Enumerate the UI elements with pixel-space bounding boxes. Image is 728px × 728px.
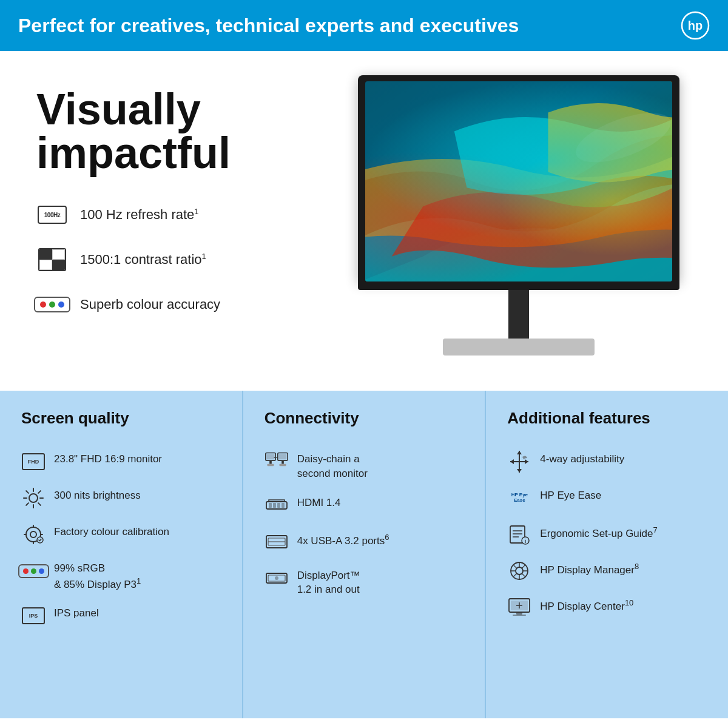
- spec-fhd-text: 23.8" FHD 16:9 monitor: [54, 450, 162, 467]
- spec-display-manager: HP Display Manager8: [507, 559, 707, 583]
- usb-icon: [265, 530, 289, 554]
- additional-features-title: Additional features: [507, 409, 707, 433]
- svg-rect-21: [281, 460, 284, 463]
- hero-section: Visually impactful 100Hz 100 Hz refresh …: [0, 51, 728, 391]
- spec-usb-text: 4x USB-A 3.2 ports6: [297, 530, 389, 548]
- svg-point-4: [29, 494, 38, 502]
- spec-calibration: Factory colour calibration: [21, 522, 221, 547]
- spec-hdmi-text: HDMI 1.4: [297, 493, 341, 510]
- brightness-icon: [21, 486, 46, 510]
- svg-text:i: i: [525, 538, 527, 544]
- eyeease-icon: HP EyeEase: [507, 486, 531, 510]
- spec-calibration-text: Factory colour calibration: [54, 522, 169, 539]
- monitor-neck: [508, 290, 529, 345]
- svg-rect-17: [266, 454, 274, 459]
- specs-section: Screen quality FHD 23.8" FHD 16:9 monito…: [0, 391, 728, 718]
- svg-rect-29: [281, 503, 285, 508]
- svg-text:hp: hp: [688, 19, 703, 32]
- spec-srgb: 99% sRGB& 85% Display P31: [21, 559, 221, 592]
- svg-line-11: [38, 491, 41, 493]
- monitor-base: [443, 339, 595, 356]
- spec-eye-ease: HP EyeEase HP Eye Ease: [507, 486, 707, 510]
- hp-logo-icon: hp: [681, 11, 710, 40]
- calibration-icon: [21, 522, 46, 547]
- svg-rect-48: [516, 612, 522, 615]
- spec-daisy-chain: Daisy-chain asecond monitor: [265, 450, 464, 481]
- monitor-image: [358, 75, 698, 366]
- spec-brightness-text: 300 nits brightness: [54, 486, 141, 503]
- header-title: Perfect for creatives, technical experts…: [18, 15, 519, 37]
- spec-adjustability: 4-way adjustability: [507, 450, 707, 474]
- contrast-icon: [36, 244, 68, 275]
- spec-ergonomic-text: Ergonomic Set-up Guide7: [540, 522, 657, 541]
- spec-dp-text: DisplayPort™1.2 in and out: [297, 566, 360, 598]
- spec-daisy-chain-text: Daisy-chain asecond monitor: [297, 450, 368, 481]
- spec-display-center: HP Display Center10: [507, 595, 707, 619]
- dp-icon: [265, 566, 289, 590]
- additional-features-col: Additional features 4-way adjustability: [486, 391, 728, 718]
- svg-rect-27: [273, 503, 276, 508]
- connectivity-col: Connectivity Daisy-chain asecond monitor: [243, 391, 487, 718]
- hdmi-icon: [265, 493, 289, 517]
- screen-quality-col: Screen quality FHD 23.8" FHD 16:9 monito…: [0, 391, 243, 718]
- srgb-dots-icon: [21, 559, 46, 583]
- connectivity-title: Connectivity: [265, 409, 464, 433]
- spec-display-center-text: HP Display Center10: [540, 595, 633, 613]
- svg-line-12: [26, 503, 29, 505]
- hero-left: Visually impactful 100Hz 100 Hz refresh …: [36, 75, 315, 334]
- feature-colour-accuracy: Superb colour accuracy: [36, 289, 315, 320]
- ergonomic-icon: i: [507, 522, 531, 547]
- svg-line-10: [38, 503, 41, 505]
- displayctr-icon: [507, 595, 531, 619]
- screen-quality-title: Screen quality: [21, 409, 221, 433]
- fhd-icon: FHD: [21, 450, 46, 474]
- svg-rect-22: [267, 464, 274, 467]
- spec-hdmi: HDMI 1.4: [265, 493, 464, 517]
- monitor-screen-inner: [365, 81, 672, 281]
- spec-adjustability-text: 4-way adjustability: [540, 450, 624, 467]
- hero-right: [315, 75, 698, 379]
- monitor-bezel-bottom: [358, 281, 679, 290]
- svg-rect-2: [365, 81, 672, 281]
- header: Perfect for creatives, technical experts…: [0, 0, 728, 51]
- svg-point-14: [30, 531, 36, 538]
- daisy-icon: [265, 450, 289, 474]
- spec-eye-ease-text: HP Eye Ease: [540, 486, 601, 503]
- 100hz-icon: 100Hz: [36, 199, 68, 231]
- spec-fhd: FHD 23.8" FHD 16:9 monitor: [21, 450, 221, 474]
- spec-displayport: DisplayPort™1.2 in and out: [265, 566, 464, 598]
- svg-rect-20: [269, 460, 272, 463]
- spec-usb: 4x USB-A 3.2 ports6: [265, 530, 464, 554]
- svg-point-35: [275, 576, 278, 580]
- feature-colour-accuracy-text: Superb colour accuracy: [80, 297, 220, 312]
- hero-headline: Visually impactful: [36, 87, 315, 175]
- feature-refresh-rate-text: 100 Hz refresh rate1: [80, 207, 199, 223]
- spec-display-manager-text: HP Display Manager8: [540, 559, 639, 577]
- svg-point-3: [570, 103, 672, 173]
- spec-ips-text: IPS panel: [54, 604, 99, 621]
- spec-srgb-text: 99% sRGB& 85% Display P31: [54, 559, 141, 592]
- svg-rect-23: [279, 464, 286, 467]
- monitor-art-svg: [365, 81, 672, 281]
- spec-ergonomic: i Ergonomic Set-up Guide7: [507, 522, 707, 547]
- displaymgr-icon: [507, 559, 531, 583]
- feature-contrast-ratio: 1500:1 contrast ratio1: [36, 244, 315, 275]
- feature-contrast-ratio-text: 1500:1 contrast ratio1: [80, 252, 206, 268]
- monitor-screen-outer: [358, 75, 679, 281]
- colour-dots-icon: [36, 289, 68, 320]
- svg-rect-28: [277, 503, 280, 508]
- spec-brightness: 300 nits brightness: [21, 486, 221, 510]
- svg-rect-19: [278, 454, 286, 459]
- adjustability-icon: [507, 450, 531, 474]
- ips-icon: IPS: [21, 604, 46, 628]
- svg-rect-26: [269, 503, 272, 508]
- spec-ips: IPS IPS panel: [21, 604, 221, 628]
- svg-rect-49: [513, 615, 526, 616]
- feature-refresh-rate: 100Hz 100 Hz refresh rate1: [36, 199, 315, 231]
- svg-line-9: [26, 491, 29, 493]
